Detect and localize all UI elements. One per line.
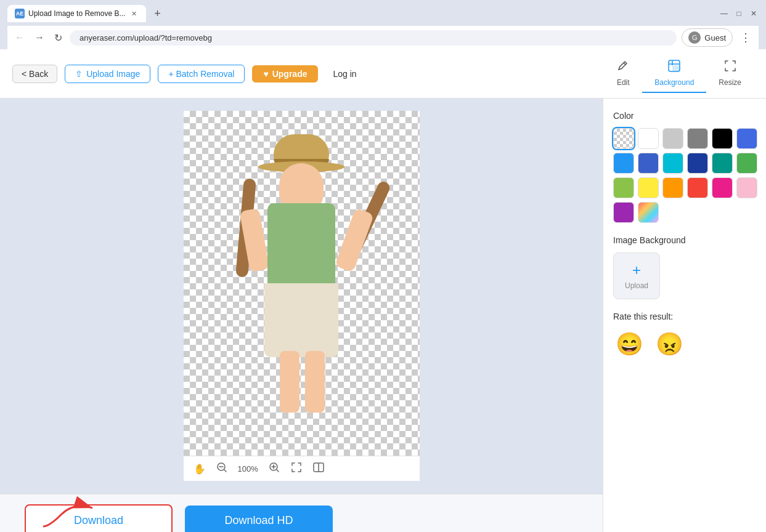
color-swatch-orange[interactable] <box>662 177 683 198</box>
zoom-in-icon[interactable] <box>268 461 280 476</box>
image-canvas-container: ✋ 100% <box>184 111 420 481</box>
right-sidebar: Color Imag <box>603 99 766 532</box>
color-swatch-light-gray[interactable] <box>662 128 683 149</box>
arm-right <box>335 208 374 273</box>
leg-left <box>280 351 299 413</box>
svg-rect-1 <box>672 65 680 71</box>
profile-label: Guest <box>704 33 726 42</box>
upgrade-button[interactable]: ♥ Upgrade <box>252 65 318 83</box>
color-swatch-gray[interactable] <box>687 128 708 149</box>
browser-tab[interactable]: AE Upload Image to Remove B... ✕ <box>7 5 146 22</box>
happy-emoji-button[interactable]: 😄 <box>613 329 646 360</box>
color-section-title: Color <box>613 111 756 121</box>
angry-emoji-button[interactable]: 😠 <box>653 329 686 360</box>
split-view-icon[interactable] <box>312 461 325 476</box>
color-swatch-black[interactable] <box>712 128 733 149</box>
color-swatch-rainbow[interactable] <box>638 202 659 223</box>
tab-close-button[interactable]: ✕ <box>129 9 139 18</box>
color-swatch-blue[interactable] <box>613 153 634 174</box>
image-upload-button[interactable]: + Upload <box>613 252 660 299</box>
upload-plus-icon: + <box>632 262 641 279</box>
download-hd-group: Download HD Full image: 658 × 987 px ⓘ <box>185 506 333 532</box>
header-tools: Edit Background Resize <box>604 54 754 93</box>
resize-icon <box>723 59 737 76</box>
back-nav-button[interactable]: ← <box>12 30 27 46</box>
color-swatch-green[interactable] <box>736 153 757 174</box>
upload-image-button[interactable]: ⇧ Upload Image <box>65 65 150 83</box>
background-tool-button[interactable]: Background <box>642 54 706 93</box>
color-swatch-transparent[interactable] <box>613 128 634 149</box>
color-swatch-light-pink[interactable] <box>736 177 757 198</box>
color-swatch-pink[interactable] <box>712 177 733 198</box>
color-swatch-cyan[interactable] <box>662 153 683 174</box>
girl-figure <box>234 129 369 449</box>
rate-title: Rate this result: <box>613 312 756 321</box>
app-header: < Back ⇧ Upload Image + Batch Removal ♥ … <box>0 49 766 99</box>
image-bg-section: Image Background + Upload <box>613 235 756 299</box>
back-button[interactable]: < Back <box>12 65 57 83</box>
pants <box>264 283 338 357</box>
color-swatch-white[interactable] <box>638 128 659 149</box>
background-label: Background <box>654 78 694 87</box>
tab-title: Upload Image to Remove B... <box>28 9 125 18</box>
canvas-toolbar: ✋ 100% <box>184 456 420 481</box>
login-button[interactable]: Log in <box>325 65 364 83</box>
color-swatch-royal-blue[interactable] <box>736 128 757 149</box>
color-swatch-lime-green[interactable] <box>613 177 634 198</box>
color-swatch-teal[interactable] <box>712 153 733 174</box>
upload-label: Upload Image <box>86 69 140 79</box>
close-button[interactable]: ✕ <box>749 9 759 18</box>
body <box>267 203 335 289</box>
resize-tool-button[interactable]: Resize <box>706 54 754 93</box>
edit-tool-button[interactable]: Edit <box>604 54 642 93</box>
arrow-indicator <box>37 496 111 532</box>
batch-removal-button[interactable]: + Batch Removal <box>158 65 245 83</box>
avatar: G <box>688 31 701 44</box>
leg-right <box>305 351 325 413</box>
color-swatch-medium-blue[interactable] <box>638 153 659 174</box>
window-controls: — □ ✕ <box>719 9 759 18</box>
resize-label: Resize <box>719 78 741 87</box>
address-input[interactable] <box>70 30 677 46</box>
upgrade-icon: ♥ <box>263 69 268 79</box>
color-swatch-yellow[interactable] <box>638 177 659 198</box>
background-icon <box>667 59 681 76</box>
bottom-bar: Download Preview image: 533 × 800 px ⓘ D… <box>0 494 603 532</box>
maximize-button[interactable]: □ <box>734 9 744 18</box>
image-upload-label: Upload <box>625 281 648 290</box>
tab-favicon: AE <box>15 9 25 18</box>
color-swatch-red[interactable] <box>687 177 708 198</box>
color-swatch-dark-blue[interactable] <box>687 153 708 174</box>
upload-icon: ⇧ <box>75 69 83 79</box>
zoom-level: 100% <box>238 464 258 474</box>
browser-menu-button[interactable]: ⋮ <box>738 28 754 47</box>
tab-bar: AE Upload Image to Remove B... ✕ + <box>7 5 166 22</box>
profile-button[interactable]: G Guest <box>682 28 733 47</box>
emoji-row: 😄 😠 <box>613 329 756 360</box>
address-bar-row: ← → ↻ G Guest ⋮ <box>7 26 759 49</box>
title-bar: AE Upload Image to Remove B... ✕ + — □ ✕ <box>7 5 759 22</box>
new-tab-button[interactable]: + <box>149 5 166 22</box>
main-content: ✋ 100% <box>0 99 766 532</box>
browser-chrome: AE Upload Image to Remove B... ✕ + — □ ✕… <box>0 0 766 49</box>
zoom-out-icon[interactable] <box>216 461 228 476</box>
image-bg-title: Image Background <box>613 235 756 245</box>
color-grid <box>613 128 756 223</box>
forward-nav-button[interactable]: → <box>32 30 47 46</box>
reload-button[interactable]: ↻ <box>52 30 65 46</box>
hand-tool-icon[interactable]: ✋ <box>194 463 206 475</box>
canvas-area: ✋ 100% <box>0 99 603 532</box>
edit-label: Edit <box>617 78 630 87</box>
download-hd-button[interactable]: Download HD <box>185 506 333 532</box>
color-swatch-purple[interactable] <box>613 202 634 223</box>
image-canvas[interactable] <box>184 111 420 456</box>
upgrade-label: Upgrade <box>272 69 308 79</box>
edit-icon <box>616 59 630 76</box>
minimize-button[interactable]: — <box>719 9 729 18</box>
rate-section: Rate this result: 😄 😠 <box>613 312 756 360</box>
fullscreen-icon[interactable] <box>290 461 303 476</box>
